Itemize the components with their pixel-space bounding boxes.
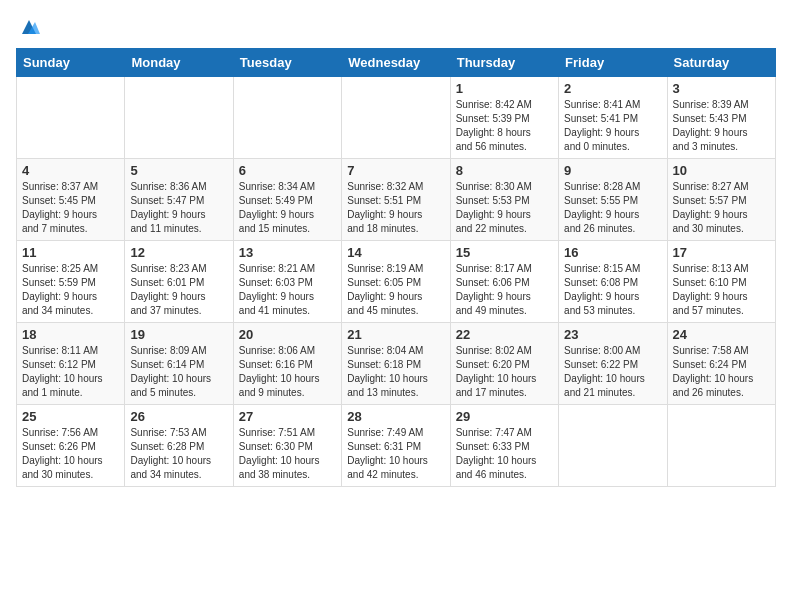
day-info: Sunrise: 8:15 AM Sunset: 6:08 PM Dayligh… (564, 262, 661, 318)
day-number: 18 (22, 327, 119, 342)
day-info: Sunrise: 8:09 AM Sunset: 6:14 PM Dayligh… (130, 344, 227, 400)
day-info: Sunrise: 8:39 AM Sunset: 5:43 PM Dayligh… (673, 98, 770, 154)
col-header-wednesday: Wednesday (342, 49, 450, 77)
header (16, 16, 776, 38)
day-number: 3 (673, 81, 770, 96)
week-row-2: 11Sunrise: 8:25 AM Sunset: 5:59 PM Dayli… (17, 241, 776, 323)
day-info: Sunrise: 8:41 AM Sunset: 5:41 PM Dayligh… (564, 98, 661, 154)
logo-icon (18, 16, 40, 38)
day-cell: 11Sunrise: 8:25 AM Sunset: 5:59 PM Dayli… (17, 241, 125, 323)
day-info: Sunrise: 8:06 AM Sunset: 6:16 PM Dayligh… (239, 344, 336, 400)
day-cell: 4Sunrise: 8:37 AM Sunset: 5:45 PM Daylig… (17, 159, 125, 241)
day-info: Sunrise: 8:42 AM Sunset: 5:39 PM Dayligh… (456, 98, 553, 154)
week-row-0: 1Sunrise: 8:42 AM Sunset: 5:39 PM Daylig… (17, 77, 776, 159)
day-cell: 16Sunrise: 8:15 AM Sunset: 6:08 PM Dayli… (559, 241, 667, 323)
day-number: 11 (22, 245, 119, 260)
day-info: Sunrise: 8:32 AM Sunset: 5:51 PM Dayligh… (347, 180, 444, 236)
day-cell: 22Sunrise: 8:02 AM Sunset: 6:20 PM Dayli… (450, 323, 558, 405)
day-cell: 21Sunrise: 8:04 AM Sunset: 6:18 PM Dayli… (342, 323, 450, 405)
day-number: 28 (347, 409, 444, 424)
day-cell: 8Sunrise: 8:30 AM Sunset: 5:53 PM Daylig… (450, 159, 558, 241)
day-number: 17 (673, 245, 770, 260)
day-cell (559, 405, 667, 487)
day-number: 4 (22, 163, 119, 178)
day-cell: 2Sunrise: 8:41 AM Sunset: 5:41 PM Daylig… (559, 77, 667, 159)
day-info: Sunrise: 7:56 AM Sunset: 6:26 PM Dayligh… (22, 426, 119, 482)
day-cell: 18Sunrise: 8:11 AM Sunset: 6:12 PM Dayli… (17, 323, 125, 405)
day-info: Sunrise: 7:53 AM Sunset: 6:28 PM Dayligh… (130, 426, 227, 482)
day-cell: 17Sunrise: 8:13 AM Sunset: 6:10 PM Dayli… (667, 241, 775, 323)
day-cell: 20Sunrise: 8:06 AM Sunset: 6:16 PM Dayli… (233, 323, 341, 405)
day-info: Sunrise: 8:28 AM Sunset: 5:55 PM Dayligh… (564, 180, 661, 236)
day-info: Sunrise: 7:47 AM Sunset: 6:33 PM Dayligh… (456, 426, 553, 482)
page: SundayMondayTuesdayWednesdayThursdayFrid… (0, 0, 792, 503)
day-cell: 9Sunrise: 8:28 AM Sunset: 5:55 PM Daylig… (559, 159, 667, 241)
day-info: Sunrise: 8:04 AM Sunset: 6:18 PM Dayligh… (347, 344, 444, 400)
day-number: 8 (456, 163, 553, 178)
day-cell: 10Sunrise: 8:27 AM Sunset: 5:57 PM Dayli… (667, 159, 775, 241)
day-cell: 23Sunrise: 8:00 AM Sunset: 6:22 PM Dayli… (559, 323, 667, 405)
day-number: 29 (456, 409, 553, 424)
day-number: 23 (564, 327, 661, 342)
day-cell: 28Sunrise: 7:49 AM Sunset: 6:31 PM Dayli… (342, 405, 450, 487)
week-row-3: 18Sunrise: 8:11 AM Sunset: 6:12 PM Dayli… (17, 323, 776, 405)
day-number: 14 (347, 245, 444, 260)
day-number: 5 (130, 163, 227, 178)
day-cell (125, 77, 233, 159)
day-cell: 6Sunrise: 8:34 AM Sunset: 5:49 PM Daylig… (233, 159, 341, 241)
day-info: Sunrise: 8:00 AM Sunset: 6:22 PM Dayligh… (564, 344, 661, 400)
day-info: Sunrise: 8:11 AM Sunset: 6:12 PM Dayligh… (22, 344, 119, 400)
day-cell: 26Sunrise: 7:53 AM Sunset: 6:28 PM Dayli… (125, 405, 233, 487)
day-info: Sunrise: 8:21 AM Sunset: 6:03 PM Dayligh… (239, 262, 336, 318)
day-info: Sunrise: 8:23 AM Sunset: 6:01 PM Dayligh… (130, 262, 227, 318)
day-info: Sunrise: 8:37 AM Sunset: 5:45 PM Dayligh… (22, 180, 119, 236)
day-number: 21 (347, 327, 444, 342)
col-header-tuesday: Tuesday (233, 49, 341, 77)
day-info: Sunrise: 7:51 AM Sunset: 6:30 PM Dayligh… (239, 426, 336, 482)
day-number: 20 (239, 327, 336, 342)
day-cell: 15Sunrise: 8:17 AM Sunset: 6:06 PM Dayli… (450, 241, 558, 323)
day-info: Sunrise: 8:34 AM Sunset: 5:49 PM Dayligh… (239, 180, 336, 236)
day-cell (17, 77, 125, 159)
day-number: 27 (239, 409, 336, 424)
col-header-saturday: Saturday (667, 49, 775, 77)
day-number: 13 (239, 245, 336, 260)
day-number: 15 (456, 245, 553, 260)
day-cell: 19Sunrise: 8:09 AM Sunset: 6:14 PM Dayli… (125, 323, 233, 405)
day-info: Sunrise: 7:49 AM Sunset: 6:31 PM Dayligh… (347, 426, 444, 482)
day-cell: 14Sunrise: 8:19 AM Sunset: 6:05 PM Dayli… (342, 241, 450, 323)
day-number: 25 (22, 409, 119, 424)
col-header-thursday: Thursday (450, 49, 558, 77)
day-cell: 3Sunrise: 8:39 AM Sunset: 5:43 PM Daylig… (667, 77, 775, 159)
day-cell: 12Sunrise: 8:23 AM Sunset: 6:01 PM Dayli… (125, 241, 233, 323)
calendar-header-row: SundayMondayTuesdayWednesdayThursdayFrid… (17, 49, 776, 77)
day-cell: 29Sunrise: 7:47 AM Sunset: 6:33 PM Dayli… (450, 405, 558, 487)
day-info: Sunrise: 7:58 AM Sunset: 6:24 PM Dayligh… (673, 344, 770, 400)
calendar-table: SundayMondayTuesdayWednesdayThursdayFrid… (16, 48, 776, 487)
day-number: 24 (673, 327, 770, 342)
day-cell: 24Sunrise: 7:58 AM Sunset: 6:24 PM Dayli… (667, 323, 775, 405)
logo (16, 16, 40, 38)
day-number: 6 (239, 163, 336, 178)
day-number: 22 (456, 327, 553, 342)
col-header-friday: Friday (559, 49, 667, 77)
day-number: 19 (130, 327, 227, 342)
col-header-monday: Monday (125, 49, 233, 77)
day-number: 2 (564, 81, 661, 96)
day-number: 16 (564, 245, 661, 260)
day-number: 7 (347, 163, 444, 178)
day-number: 9 (564, 163, 661, 178)
day-info: Sunrise: 8:27 AM Sunset: 5:57 PM Dayligh… (673, 180, 770, 236)
day-cell: 1Sunrise: 8:42 AM Sunset: 5:39 PM Daylig… (450, 77, 558, 159)
day-number: 1 (456, 81, 553, 96)
day-info: Sunrise: 8:17 AM Sunset: 6:06 PM Dayligh… (456, 262, 553, 318)
day-cell: 13Sunrise: 8:21 AM Sunset: 6:03 PM Dayli… (233, 241, 341, 323)
day-number: 10 (673, 163, 770, 178)
week-row-4: 25Sunrise: 7:56 AM Sunset: 6:26 PM Dayli… (17, 405, 776, 487)
day-number: 12 (130, 245, 227, 260)
day-info: Sunrise: 8:13 AM Sunset: 6:10 PM Dayligh… (673, 262, 770, 318)
day-number: 26 (130, 409, 227, 424)
day-info: Sunrise: 8:19 AM Sunset: 6:05 PM Dayligh… (347, 262, 444, 318)
day-info: Sunrise: 8:02 AM Sunset: 6:20 PM Dayligh… (456, 344, 553, 400)
day-cell: 5Sunrise: 8:36 AM Sunset: 5:47 PM Daylig… (125, 159, 233, 241)
